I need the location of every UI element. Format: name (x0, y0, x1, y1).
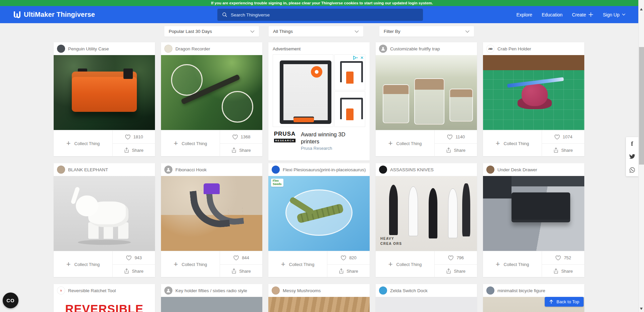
nav-link-sign-up[interactable]: Sign Up (603, 12, 626, 17)
thing-thumbnail[interactable] (483, 55, 584, 130)
thing-thumbnail[interactable] (161, 297, 262, 312)
thing-title[interactable]: Dragon Recorder (175, 46, 210, 51)
thing-thumbnail[interactable] (376, 55, 477, 130)
ad-close-icon[interactable]: ✕ (360, 55, 364, 60)
scrollbar-up-arrow[interactable] (640, 8, 643, 10)
avatar[interactable] (486, 166, 494, 174)
collect-thing-button[interactable]: + Collect Thing (54, 251, 112, 277)
nav-link-explore[interactable]: Explore (516, 12, 532, 17)
share-button[interactable]: Share (112, 264, 155, 277)
brand-logo[interactable]: UltiMaker Thingiverse (13, 6, 95, 23)
search-bar[interactable] (217, 9, 423, 21)
thing-title[interactable]: minimalist bicycle figure (497, 288, 545, 293)
ad-headline[interactable]: Award winning 3D printers (301, 131, 365, 145)
thing-thumbnail[interactable] (483, 176, 584, 251)
share-button[interactable]: Share (434, 143, 477, 157)
avatar[interactable] (272, 166, 280, 174)
like-button[interactable]: 820 (327, 251, 370, 264)
collect-thing-button[interactable]: + Collect Thing (161, 130, 220, 157)
collect-thing-button[interactable]: + Collect Thing (483, 251, 542, 277)
thing-title[interactable]: ASSASSINS KNIVES (390, 167, 434, 172)
avatar[interactable]: J3D (486, 45, 494, 53)
avatar[interactable] (379, 45, 387, 53)
avatar[interactable] (379, 286, 387, 295)
avatar[interactable] (57, 45, 65, 53)
search-input[interactable] (231, 12, 418, 17)
share-button[interactable]: Share (327, 264, 370, 277)
collect-thing-button[interactable]: + Collect Thing (376, 251, 434, 277)
category-dropdown[interactable]: All Things (269, 26, 363, 37)
collect-thing-button[interactable]: + Collect Thing (483, 130, 542, 157)
thing-title[interactable]: Zelda Switch Dock (390, 288, 428, 293)
collect-thing-button[interactable]: + Collect Thing (161, 251, 220, 277)
like-button[interactable]: 943 (112, 251, 155, 264)
thing-title[interactable]: Flexi Plesiosaurus(print-in-placeiosauru… (283, 167, 366, 172)
thing-thumbnail[interactable] (161, 55, 262, 130)
share-button[interactable]: Share (434, 264, 477, 277)
ad-caption[interactable]: PRUSA RESEARCH Award winning 3D printers… (273, 131, 365, 151)
like-button[interactable]: 1810 (112, 130, 155, 143)
like-button[interactable]: 1368 (220, 130, 262, 143)
sort-dropdown[interactable]: Popular Last 30 Days (164, 26, 259, 37)
thing-title[interactable]: BLANK ELEPHANT (68, 167, 108, 172)
back-to-top-button[interactable]: Back to Top (545, 297, 584, 307)
collect-thing-button[interactable]: + Collect Thing (54, 130, 112, 157)
share-icon (446, 268, 451, 274)
avatar[interactable] (164, 45, 172, 53)
share-button[interactable]: Share (542, 264, 584, 277)
share-button[interactable]: Share (220, 143, 262, 157)
scrollbar[interactable] (638, 0, 644, 312)
thing-thumbnail[interactable]: HEAVY CREA ORS (376, 176, 477, 251)
thing-card-footer: + Collect Thing 1368 Share (161, 130, 262, 156)
share-icon (231, 268, 236, 274)
share-icon (553, 268, 558, 274)
thing-title[interactable]: Reversible Ratchet Tool (68, 288, 116, 293)
share-button[interactable]: Share (220, 264, 262, 277)
thing-thumbnail[interactable]: Flex Seeds (268, 176, 370, 251)
filter-by-dropdown[interactable]: Filter By (379, 26, 474, 37)
thing-card: Key holder fifties / sixties radio style… (161, 284, 262, 312)
avatar[interactable] (57, 166, 65, 174)
share-button[interactable]: Share (542, 143, 584, 157)
avatar[interactable] (379, 166, 387, 174)
adchoices-icon[interactable] (353, 56, 358, 60)
thing-title[interactable]: Crab Pen Holder (497, 46, 531, 51)
chevron-down-icon (465, 30, 470, 33)
collect-thing-button[interactable]: + Collect Thing (376, 130, 434, 157)
nav-link-create[interactable]: Create (572, 12, 593, 17)
thing-title[interactable]: Customizable fruitfly trap (390, 46, 440, 51)
thing-thumbnail[interactable] (54, 176, 155, 251)
thing-thumbnail[interactable] (268, 297, 370, 312)
share-button[interactable]: Share (112, 143, 155, 157)
like-button[interactable]: 1140 (434, 130, 477, 143)
ad-creative[interactable]: ✕ (273, 54, 365, 127)
twitter-share-button[interactable] (626, 150, 638, 163)
avatar[interactable] (272, 286, 280, 295)
ad-image-printer[interactable] (273, 54, 333, 127)
thing-title[interactable]: Penguin Utility Case (68, 46, 109, 51)
cookie-preferences-button[interactable]: CO (3, 293, 18, 308)
thing-thumbnail[interactable] (376, 297, 477, 312)
scrollbar-thumb[interactable] (639, 47, 644, 165)
avatar[interactable] (164, 286, 172, 295)
avatar[interactable] (164, 166, 172, 174)
like-button[interactable]: 752 (542, 251, 584, 264)
thing-thumbnail[interactable] (161, 176, 262, 251)
thing-thumbnail[interactable] (54, 55, 155, 130)
like-button[interactable]: 1074 (542, 130, 584, 143)
collect-thing-button[interactable]: + Collect Thing (268, 251, 327, 277)
thing-title[interactable]: Fibonacci Hook (175, 167, 207, 172)
thing-thumbnail[interactable]: REVERSIBLE (54, 297, 155, 312)
ad-image-printer-small-2[interactable] (334, 91, 365, 127)
avatar[interactable]: 5 (57, 286, 65, 295)
like-button[interactable]: 844 (220, 251, 262, 264)
thing-title[interactable]: Key holder fifties / sixties radio style (175, 288, 247, 293)
like-button[interactable]: 796 (434, 251, 477, 264)
nav-link-education[interactable]: Education (542, 12, 562, 17)
facebook-share-button[interactable]: f (626, 137, 638, 150)
thing-title[interactable]: Messy Mushrooms (283, 288, 321, 293)
whatsapp-share-button[interactable] (626, 163, 638, 176)
avatar[interactable] (486, 286, 494, 295)
scrollbar-down-arrow[interactable] (640, 308, 643, 310)
thing-title[interactable]: Under Desk Drawer (497, 167, 537, 172)
